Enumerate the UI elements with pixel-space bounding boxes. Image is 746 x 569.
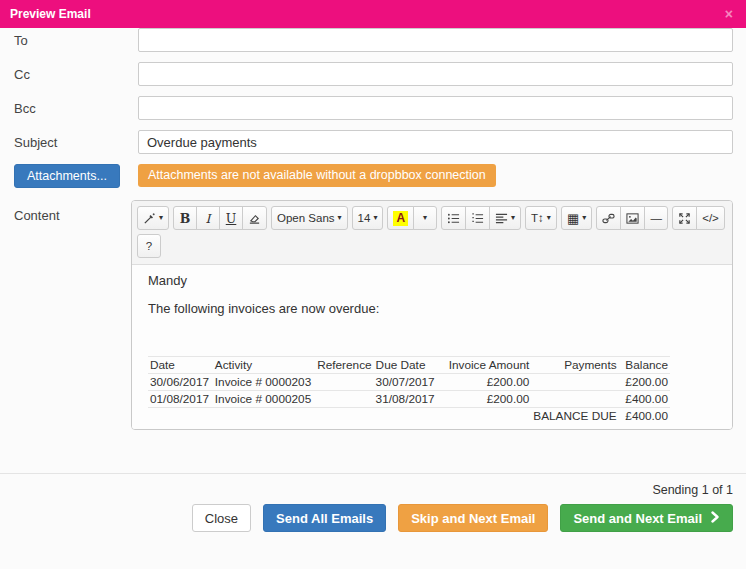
- table-dropdown[interactable]: ▦ ▾: [561, 206, 592, 230]
- insert-image-button[interactable]: [620, 206, 645, 230]
- content-row: Content ▾ B I U: [14, 200, 733, 430]
- col-header-reference: Reference: [313, 357, 373, 374]
- help-icon: ?: [146, 240, 152, 252]
- subject-row: Subject: [14, 130, 733, 154]
- subject-label: Subject: [14, 135, 138, 150]
- chevron-down-icon: ▾: [423, 214, 427, 222]
- close-icon[interactable]: ×: [725, 0, 733, 28]
- style-dropdown-button[interactable]: ▾: [137, 206, 169, 230]
- modal-footer: Sending 1 of 1 Close Send All Emails Ski…: [0, 473, 746, 532]
- to-row: To: [14, 28, 733, 52]
- invoice-row: 01/08/2017 Invoice # 0000205 31/08/2017 …: [148, 391, 670, 408]
- send-and-next-email-button[interactable]: Send and Next Email: [560, 504, 733, 532]
- horizontal-rule-button[interactable]: —: [644, 206, 668, 230]
- balance-due-row: BALANCE DUE £400.00: [148, 408, 670, 425]
- line-height-icon: T↕: [531, 212, 544, 224]
- bold-button[interactable]: B: [173, 206, 197, 230]
- clear-formatting-button[interactable]: [242, 206, 267, 230]
- modal-title: Preview Email: [10, 7, 91, 21]
- bcc-input[interactable]: [138, 96, 733, 120]
- code-icon: </>: [702, 212, 719, 224]
- ordered-list-button[interactable]: [465, 206, 490, 230]
- attachments-row: Attachments... Attachments are not avail…: [14, 164, 733, 188]
- unordered-list-button[interactable]: [441, 206, 466, 230]
- font-size-dropdown[interactable]: 14 ▾: [352, 206, 384, 230]
- col-header-balance: Balance: [619, 357, 670, 374]
- chevron-down-icon: ▾: [547, 214, 551, 222]
- editor-content[interactable]: Mandy The following invoices are now ove…: [132, 265, 732, 429]
- link-icon: [602, 212, 615, 225]
- chevron-down-icon: ▾: [338, 214, 342, 222]
- balance-due-amount: £400.00: [619, 408, 670, 425]
- chevron-down-icon: ▾: [159, 214, 163, 222]
- unordered-list-icon: [447, 212, 460, 225]
- bcc-label: Bcc: [14, 101, 138, 116]
- invoice-table-header-row: Date Activity Reference Due Date Invoice…: [148, 357, 670, 374]
- chevron-down-icon: ▾: [582, 214, 586, 222]
- cc-label: Cc: [14, 67, 138, 82]
- editor-toolbar: ▾ B I U Open Sans ▾: [132, 201, 732, 265]
- col-header-activity: Activity: [213, 357, 313, 374]
- col-header-invoice-amount: Invoice Amount: [443, 357, 532, 374]
- insert-link-button[interactable]: [596, 206, 621, 230]
- font-color-dropdown[interactable]: ▾: [413, 206, 437, 230]
- chevron-down-icon: ▾: [373, 214, 377, 222]
- skip-and-next-email-button[interactable]: Skip and Next Email: [398, 504, 548, 532]
- close-button[interactable]: Close: [192, 504, 251, 532]
- subject-input[interactable]: [138, 130, 733, 154]
- image-icon: [626, 212, 639, 225]
- eraser-icon: [248, 212, 261, 225]
- balance-due-label: BALANCE DUE: [531, 408, 618, 425]
- modal-header: Preview Email ×: [0, 0, 746, 28]
- table-grid-icon: ▦: [567, 212, 579, 225]
- to-label: To: [14, 33, 138, 48]
- cc-input[interactable]: [138, 62, 733, 86]
- attachments-button[interactable]: Attachments...: [14, 164, 120, 188]
- cc-row: Cc: [14, 62, 733, 86]
- email-greeting: Mandy: [148, 273, 716, 288]
- font-color-icon: A: [393, 211, 408, 226]
- invoice-table: Date Activity Reference Due Date Invoice…: [148, 356, 670, 424]
- bcc-row: Bcc: [14, 96, 733, 120]
- font-family-dropdown[interactable]: Open Sans ▾: [271, 206, 348, 230]
- chevron-right-icon: [710, 511, 720, 526]
- chevron-down-icon: ▾: [511, 214, 515, 222]
- line-height-dropdown[interactable]: T↕ ▾: [525, 206, 557, 230]
- col-header-due-date: Due Date: [374, 357, 443, 374]
- fullscreen-icon: [678, 212, 691, 225]
- attachments-warning-badge: Attachments are not available without a …: [138, 164, 496, 187]
- help-button[interactable]: ?: [137, 234, 161, 258]
- magic-wand-icon: [143, 212, 156, 225]
- sending-status: Sending 1 of 1: [13, 483, 733, 497]
- content-label: Content: [14, 200, 131, 223]
- send-all-emails-button[interactable]: Send All Emails: [263, 504, 386, 532]
- underline-button[interactable]: U: [219, 206, 243, 230]
- email-intro: The following invoices are now overdue:: [148, 301, 716, 316]
- paragraph-align-dropdown[interactable]: ▾: [489, 206, 521, 230]
- ordered-list-icon: [471, 212, 484, 225]
- horizontal-rule-icon: —: [650, 212, 662, 224]
- align-icon: [495, 212, 508, 225]
- italic-button[interactable]: I: [196, 206, 220, 230]
- font-color-button[interactable]: A: [387, 206, 414, 230]
- rich-text-editor: ▾ B I U Open Sans ▾: [131, 200, 733, 430]
- code-view-button[interactable]: </>: [696, 206, 725, 230]
- invoice-row: 30/06/2017 Invoice # 0000203 30/07/2017 …: [148, 374, 670, 391]
- col-header-date: Date: [148, 357, 213, 374]
- col-header-payments: Payments: [531, 357, 618, 374]
- fullscreen-button[interactable]: [672, 206, 697, 230]
- to-input[interactable]: [138, 28, 733, 52]
